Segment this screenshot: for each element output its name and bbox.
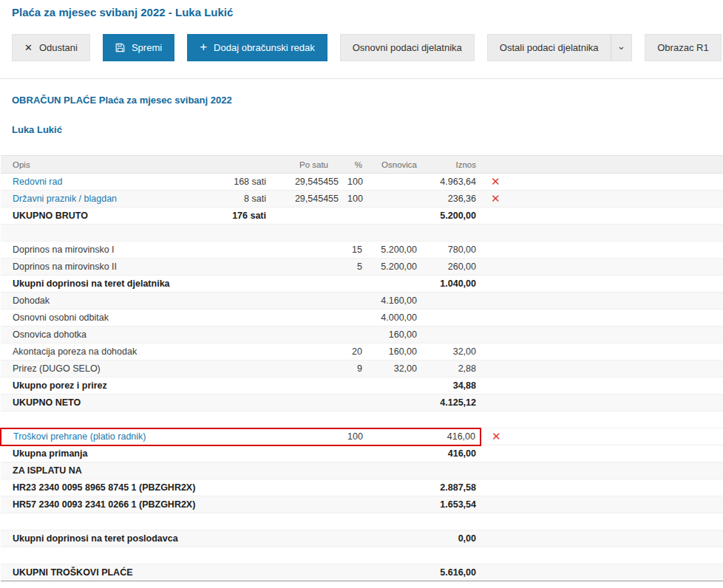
cell-osnovica: 5.200,00 [367, 242, 421, 259]
cell-filler [513, 496, 723, 513]
payroll-page: Plaća za mjesec svibanj 2022 - Luka Luki… [0, 0, 723, 581]
cell-filler [513, 513, 723, 530]
table-row: UKUPNI TROŠKOVI PLAĆE5.616,00 [1, 564, 723, 581]
cell-opis: Akontacija poreza na dohodak [1, 343, 208, 360]
cell-opis: UKUPNI TROŠKOVI PLAĆE [1, 564, 208, 581]
cell-iznos [421, 327, 481, 343]
cancel-button[interactable]: ✕ Odustani [12, 34, 90, 61]
cell-osnovica [367, 445, 421, 462]
cell-action [481, 259, 513, 276]
table-row: HR57 2340 0093 2341 0266 1 (PBZGHR2X)1.6… [1, 496, 723, 513]
cell-opis: Prirez (DUGO SELO) [1, 360, 208, 377]
delete-row-icon[interactable]: ✕ [485, 193, 500, 204]
cell-pct: 9 [343, 360, 367, 377]
cell-opis: Državni praznik / blagdan [1, 191, 208, 208]
employee-other-data-split-button: Ostali podaci djelatnika ⌄ [487, 34, 632, 61]
cell-osnovica [367, 191, 421, 208]
cell-iznos [421, 225, 481, 242]
cell-po-satu [271, 394, 343, 411]
cell-osnovica [367, 462, 421, 479]
cancel-button-label: Odustani [39, 42, 78, 53]
header-action [481, 156, 513, 174]
cell-iznos: 0,00 [421, 530, 481, 547]
row-description-link[interactable]: Troškovi prehrane (platio radnik) [13, 431, 146, 442]
cell-po-satu [271, 462, 343, 479]
cell-osnovica: 4.000,00 [367, 310, 421, 327]
cell-sati [208, 530, 271, 547]
row-description-link[interactable]: Državni praznik / blagdan [13, 194, 117, 204]
cell-po-satu [271, 496, 343, 513]
cell-po-satu [271, 293, 343, 310]
employee-other-data-label: Ostali podaci djelatnika [500, 42, 599, 53]
content: OBRAČUN PLAĆE Plaća za mjesec svibanj 20… [0, 95, 723, 581]
cell-opis: ZA ISPLATU NA [1, 462, 208, 479]
cell-po-satu [271, 343, 343, 360]
cell-sati [208, 377, 271, 394]
cell-opis [1, 225, 208, 242]
cell-filler [513, 225, 723, 242]
employee-other-data-button[interactable]: Ostali podaci djelatnika [487, 34, 611, 61]
cell-pct [343, 513, 367, 530]
cell-osnovica: 5.200,00 [367, 259, 421, 276]
spacer-row [1, 547, 723, 564]
cell-filler [513, 174, 723, 191]
cell-po-satu [271, 242, 343, 259]
chevron-down-icon: ⌄ [617, 41, 626, 51]
cell-iznos: 2,88 [421, 360, 481, 377]
add-payroll-row-label: Dodaj obračunski redak [214, 42, 315, 53]
form-r1-button[interactable]: Obrazac R1 [645, 34, 721, 61]
cell-sati [208, 293, 271, 310]
table-row: Akontacija poreza na dohodak20160,0032,0… [1, 343, 723, 360]
cell-iznos: 5.616,00 [421, 564, 481, 581]
employee-other-data-dropdown-button[interactable]: ⌄ [611, 34, 633, 61]
cell-iznos: 236,36 [421, 191, 481, 208]
cell-filler [513, 377, 723, 394]
row-description-link[interactable]: Redovni rad [13, 177, 62, 187]
payroll-table: Opis Po satu % Osnovica Iznos Redovni ra… [0, 155, 723, 581]
cell-action [481, 293, 513, 310]
employee-name: Luka Lukić [12, 124, 711, 135]
save-icon [115, 43, 125, 52]
cell-pct [343, 310, 367, 327]
cell-osnovica: 160,00 [367, 327, 421, 343]
cell-opis: Troškovi prehrane (platio radnik) [1, 428, 208, 445]
delete-row-icon[interactable]: ✕ [486, 431, 501, 442]
table-row: Dohodak4.160,00 [1, 293, 723, 310]
spacer-row [1, 225, 723, 242]
cell-filler [513, 479, 723, 496]
cell-filler [513, 208, 723, 225]
cell-iznos: 780,00 [421, 242, 481, 259]
save-button-label: Spremi [132, 42, 162, 53]
cell-action [481, 276, 513, 293]
add-payroll-row-button[interactable]: + Dodaj obračunski redak [187, 34, 327, 61]
form-r1-label: Obrazac R1 [657, 42, 708, 53]
cell-osnovica [367, 547, 421, 564]
cell-iznos: 5.200,00 [421, 208, 481, 225]
cell-filler [513, 327, 723, 343]
cell-opis: HR57 2340 0093 2341 0266 1 (PBZGHR2X) [1, 496, 208, 513]
cell-filler [513, 360, 723, 377]
cell-pct: 15 [343, 242, 367, 259]
employee-basic-data-button[interactable]: Osnovni podaci djelatnika [340, 34, 475, 61]
cell-iznos: 2.887,58 [421, 479, 481, 496]
cell-action: ✕ [481, 428, 513, 445]
cell-action [481, 377, 513, 394]
spacer-row [1, 513, 723, 530]
cell-osnovica [367, 530, 421, 547]
cell-action [481, 411, 513, 428]
cell-po-satu [271, 547, 343, 564]
cell-sati [208, 496, 271, 513]
page-header: Plaća za mjesec svibanj 2022 - Luka Luki… [0, 0, 723, 79]
cell-sati [208, 327, 271, 343]
cell-pct: 100 [343, 174, 367, 191]
cell-pct [343, 411, 367, 428]
cell-filler [513, 445, 723, 462]
header-iznos: Iznos [421, 156, 481, 174]
close-icon: ✕ [24, 43, 33, 52]
cell-po-satu [271, 360, 343, 377]
table-row: Prirez (DUGO SELO)932,002,88 [1, 360, 723, 377]
save-button[interactable]: Spremi [103, 34, 174, 61]
delete-row-icon[interactable]: ✕ [485, 176, 500, 187]
cell-iznos [421, 462, 481, 479]
header-sati [208, 156, 271, 174]
